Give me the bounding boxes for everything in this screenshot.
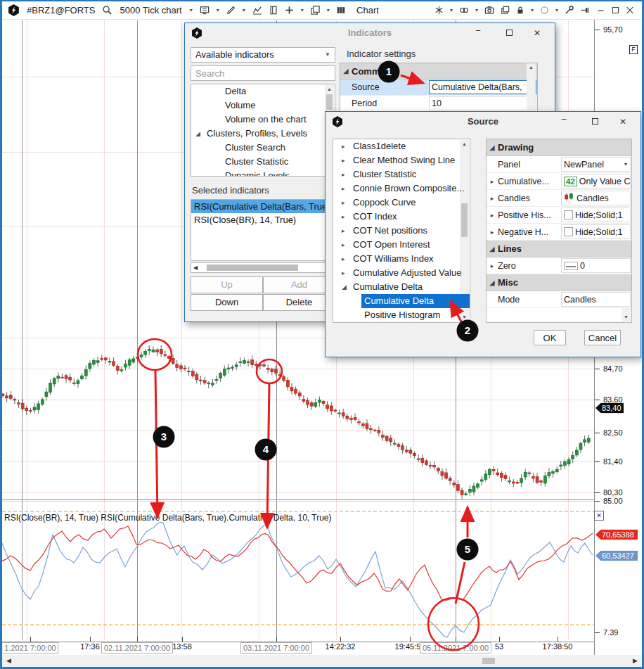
- toolbar-text[interactable]: #BRZ1@FORTS: [24, 3, 98, 18]
- cancel-button[interactable]: Cancel: [584, 330, 621, 345]
- settings-property-row[interactable]: Period10: [340, 96, 537, 112]
- tree-item[interactable]: ▸Cumulative Adjusted Value: [333, 266, 470, 280]
- scrollbar-thumb[interactable]: [482, 658, 495, 664]
- expander-icon[interactable]: ▸: [487, 195, 498, 202]
- list-item[interactable]: Volume: [191, 98, 335, 113]
- columns-icon[interactable]: [335, 3, 347, 18]
- ok-button[interactable]: OK: [534, 330, 566, 345]
- expander-icon[interactable]: ▸: [342, 196, 345, 210]
- selected-indicator-item[interactable]: RSI(Close(BR), 14, True): [191, 213, 335, 227]
- list-item[interactable]: Volume on the chart: [191, 113, 335, 127]
- expander-icon[interactable]: ▸: [342, 224, 345, 238]
- list-item[interactable]: ◢Clusters, Profiles, Levels: [191, 127, 335, 141]
- tree-item[interactable]: ▸COT Open Interest: [333, 238, 470, 252]
- copy-icon[interactable]: [498, 3, 512, 18]
- expander-icon[interactable]: ◢: [487, 246, 498, 253]
- chevron-down-icon[interactable]: ▾: [553, 3, 560, 18]
- minimize-icon[interactable]: [594, 3, 607, 18]
- pin-icon[interactable]: [578, 3, 592, 18]
- list-item[interactable]: Delta: [191, 84, 335, 98]
- chevron-down-icon[interactable]: ▾: [325, 3, 332, 18]
- panel-close-icon[interactable]: ✕: [594, 511, 604, 521]
- expander-icon[interactable]: ▸: [342, 238, 345, 252]
- property-value[interactable]: 10: [429, 96, 536, 110]
- property-value[interactable]: Candles: [561, 292, 631, 307]
- scrollbar-thumb[interactable]: [207, 265, 298, 271]
- expander-icon[interactable]: ▸: [487, 229, 498, 236]
- settings-property-row[interactable]: PanelNewPanel▾: [487, 156, 631, 173]
- settings-property-row[interactable]: ▸Negative H...Hide;Solid;1: [487, 224, 631, 241]
- source-settings-grid[interactable]: ▲ ▼ ◢DrawingPanelNewPanel▾▸Cumulative...…: [486, 139, 632, 323]
- layers-icon[interactable]: [309, 3, 322, 18]
- expander-icon[interactable]: ▸: [342, 252, 345, 266]
- chevron-down-icon[interactable]: ▾: [299, 3, 306, 18]
- expander-icon[interactable]: ◢: [195, 127, 200, 141]
- scroll-right-icon[interactable]: ▶: [633, 657, 638, 664]
- source-dialog-titlebar[interactable]: Source − ✕: [326, 112, 640, 132]
- line-chart-icon[interactable]: [250, 3, 264, 18]
- settings-property-row[interactable]: ModeCandles: [487, 291, 631, 308]
- scroll-down-icon[interactable]: ▼: [622, 313, 631, 321]
- settings-group-row[interactable]: ◢Drawing: [487, 139, 631, 156]
- list-item[interactable]: Dynamic Levels: [191, 169, 335, 177]
- close-icon[interactable]: ✕: [614, 115, 632, 129]
- expander-icon[interactable]: ▸: [342, 167, 345, 181]
- chevron-down-icon[interactable]: ▾: [529, 3, 536, 18]
- settings-property-row[interactable]: ▸Positive His...Hide;Solid;1: [487, 207, 631, 224]
- close-icon[interactable]: [624, 3, 636, 18]
- property-value[interactable]: 0: [561, 258, 631, 273]
- expander-icon[interactable]: ◢: [342, 280, 347, 294]
- monitor-icon[interactable]: [198, 3, 212, 18]
- expander-icon[interactable]: ◢: [487, 144, 498, 151]
- property-value[interactable]: 42Only Value C: [561, 174, 631, 189]
- scroll-up-icon[interactable]: ▲: [527, 63, 536, 72]
- no-crosshair-icon[interactable]: [432, 3, 446, 18]
- property-value[interactable]: Cumulative Delta(Bars, Tr......: [429, 80, 536, 94]
- chevron-down-icon[interactable]: ▾: [240, 3, 247, 18]
- maximize-icon[interactable]: [586, 115, 604, 129]
- expander-icon[interactable]: ▸: [487, 262, 498, 269]
- maximize-icon[interactable]: [500, 26, 518, 40]
- settings-group-row[interactable]: ◢Lines: [487, 241, 631, 257]
- time-axis[interactable]: 1.2021 7:00:0017:3602.11.2021 7:00:0013:…: [0, 632, 594, 655]
- tree-item[interactable]: ▸COT Williams Index: [333, 252, 470, 266]
- settings-property-row[interactable]: SourceCumulative Delta(Bars, Tr......: [340, 79, 537, 96]
- close-icon[interactable]: ✕: [528, 26, 546, 40]
- pencil-icon[interactable]: [224, 3, 238, 18]
- available-indicators-dropdown[interactable]: Available indicators▼: [191, 47, 335, 63]
- tree-item[interactable]: ▸COT Index: [333, 210, 470, 224]
- property-value[interactable]: Hide;Solid;1: [561, 224, 631, 239]
- expander-icon[interactable]: ▸: [487, 178, 498, 185]
- plus-icon[interactable]: [283, 3, 296, 18]
- chevron-down-icon[interactable]: ▾: [448, 3, 455, 18]
- search-input[interactable]: [191, 65, 335, 81]
- selected-list-hscrollbar[interactable]: ◀: [191, 262, 335, 273]
- property-value[interactable]: Hide;Solid;1: [561, 208, 631, 222]
- tree-item[interactable]: ▸Clear Method Swing Line: [333, 153, 470, 167]
- chevron-down-icon[interactable]: ▾: [214, 3, 221, 18]
- maximize-icon[interactable]: [609, 3, 622, 18]
- expander-icon[interactable]: ▸: [342, 210, 345, 224]
- panel-icon[interactable]: [267, 3, 280, 18]
- down-button[interactable]: Down: [191, 294, 263, 311]
- camera-icon[interactable]: [482, 3, 496, 18]
- chevron-down-icon[interactable]: ▾: [624, 161, 627, 167]
- selected-indicators-list[interactable]: RSI(Cumulative Delta(Bars, True).CuRSI(C…: [191, 199, 335, 261]
- selected-indicator-item[interactable]: RSI(Cumulative Delta(Bars, True).Cu: [191, 200, 335, 213]
- source-tree[interactable]: ▲ ▼ ▸Class1delete▸Clear Method Swing Lin…: [333, 139, 470, 323]
- tools-icon[interactable]: [562, 3, 576, 18]
- tree-item[interactable]: ▸COT Net positions: [333, 224, 470, 238]
- tree-item[interactable]: ▸Class1delete: [333, 139, 470, 153]
- tree-item[interactable]: ▸Cluster Statistic: [333, 167, 470, 181]
- tree-item[interactable]: Cumulative Delta: [333, 294, 470, 308]
- expander-icon[interactable]: ▸: [342, 181, 345, 196]
- scroll-left-icon[interactable]: ◀: [193, 265, 198, 271]
- toolbar-text[interactable]: 5000 Tick chart: [117, 3, 184, 18]
- search-icon[interactable]: [101, 3, 114, 18]
- link-icon[interactable]: [457, 3, 471, 18]
- settings-group-row[interactable]: ◢Misc: [487, 274, 631, 291]
- expander-icon[interactable]: ▸: [487, 212, 498, 219]
- tree-item[interactable]: Positive Histogram: [333, 308, 470, 322]
- settings-property-row[interactable]: ▸CandlesCandles: [487, 190, 631, 207]
- indicators-dialog-titlebar[interactable]: Indicators − ✕: [185, 23, 555, 43]
